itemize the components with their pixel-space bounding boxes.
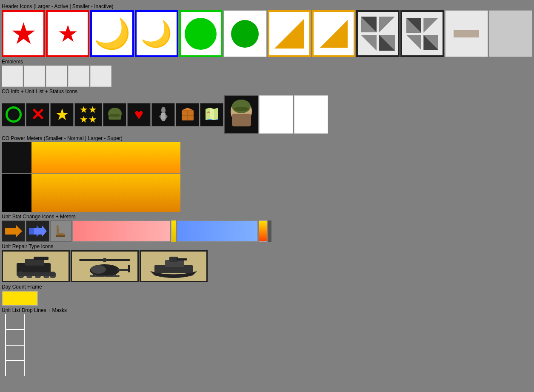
header-icon-9 xyxy=(356,10,400,57)
power-cell-orange-3 xyxy=(91,142,121,173)
unit-list-label: Unit List Drop Lines + Masks xyxy=(2,307,532,313)
svg-rect-46 xyxy=(34,257,49,260)
moon-icon-small-blue: 🌙 xyxy=(140,19,172,49)
co-white-box-1 xyxy=(259,95,293,134)
gray-rect-icon xyxy=(454,30,479,37)
arrow-flag-icon-large xyxy=(274,19,304,49)
circle-icon-small-green xyxy=(231,20,259,48)
svg-marker-34 xyxy=(214,108,218,120)
pinwheel-icon-small xyxy=(406,18,438,50)
missile-svg xyxy=(156,107,171,122)
svg-marker-0 xyxy=(274,19,304,49)
emblems-label: Emblems xyxy=(2,59,532,65)
svg-point-20 xyxy=(109,114,120,117)
gold-star-4: ★ xyxy=(89,115,97,124)
repair-icon-tank xyxy=(2,250,70,282)
co-portrait-svg xyxy=(228,99,255,131)
arrow-right-orange-icon xyxy=(2,220,25,242)
co-power-normal-row xyxy=(2,142,532,173)
star-icon-small-red: ★ xyxy=(57,22,78,46)
repair-icon-boat xyxy=(140,250,208,282)
power-cell-orange-super-3 xyxy=(91,174,121,212)
tank-svg xyxy=(10,255,61,278)
boat-svg xyxy=(146,254,201,279)
svg-rect-52 xyxy=(17,272,55,276)
svg-rect-22 xyxy=(161,113,166,120)
co-icon-map xyxy=(200,103,223,126)
boot-icon xyxy=(50,220,71,242)
fuel-divider xyxy=(171,220,176,242)
unit-repair-row xyxy=(2,250,532,282)
co-info-label: CO Info + Unit List + Status Icons xyxy=(2,89,532,94)
power-cell-black-super xyxy=(2,174,31,212)
svg-rect-43 xyxy=(56,235,65,237)
gold-star-2: ★ xyxy=(89,105,97,114)
drop-line-h-2 xyxy=(5,345,24,346)
unit-stat-row xyxy=(2,220,532,242)
circle-icon-large-green xyxy=(185,18,217,50)
ammo-end-cap xyxy=(268,220,271,242)
repair-icon-helicopter xyxy=(71,250,139,282)
crate-svg xyxy=(180,107,195,122)
svg-point-21 xyxy=(161,107,166,114)
co-info-row: ✕ ★ ★ ★ ★ ★ ♥ xyxy=(2,95,532,134)
power-cell-orange-super-5 xyxy=(151,174,180,212)
header-icon-1: ★ xyxy=(2,10,45,57)
gold-star-1: ★ xyxy=(80,105,88,114)
arrow-right-blue-icon xyxy=(26,220,49,242)
co-icon-multi-star: ★ ★ ★ ★ xyxy=(74,103,102,126)
header-icon-7 xyxy=(268,10,311,57)
svg-marker-23 xyxy=(159,114,161,120)
svg-rect-61 xyxy=(93,274,95,276)
header-icon-12 xyxy=(489,10,532,57)
svg-marker-33 xyxy=(210,108,214,120)
power-cell-orange-1 xyxy=(31,142,61,173)
co-large-portrait xyxy=(224,95,258,134)
co-power-label: CO Power Meters (Smaller - Normal | Larg… xyxy=(2,135,532,141)
pinwheel-icon-large xyxy=(361,17,395,51)
heart-symbol: ♥ xyxy=(134,107,143,122)
power-cell-orange-super-2 xyxy=(61,174,91,212)
co-icon-green-ring xyxy=(2,103,25,126)
co-white-box-2 xyxy=(294,95,328,134)
svg-marker-42 xyxy=(34,225,47,237)
green-ring xyxy=(6,106,22,123)
header-icon-8 xyxy=(312,10,355,57)
header-icon-3: 🌙 xyxy=(90,10,134,57)
day-count-label: Day Count Frame xyxy=(2,284,532,290)
ammo-indicator xyxy=(259,220,267,242)
power-cell-orange-4 xyxy=(121,142,151,173)
emblem-2 xyxy=(24,66,45,87)
co-power-super-row xyxy=(2,174,532,212)
multi-star-grid: ★ ★ ★ ★ xyxy=(80,105,97,124)
star-icon-large-red: ★ xyxy=(10,19,37,49)
power-cell-orange-5 xyxy=(151,142,180,173)
svg-rect-25 xyxy=(162,119,165,121)
red-x-symbol: ✕ xyxy=(31,106,45,123)
emblem-4 xyxy=(68,66,89,87)
map-svg xyxy=(204,107,220,122)
moon-icon-large-blue: 🌙 xyxy=(94,16,131,51)
drop-line-vertical-right xyxy=(24,314,25,376)
svg-marker-40 xyxy=(5,225,22,237)
header-icons-row: ★ ★ 🌙 🌙 xyxy=(2,10,532,57)
ammo-bar xyxy=(177,220,258,242)
gold-star-3: ★ xyxy=(80,115,88,124)
header-icons-label: Header Icons (Larger - Active | Smaller … xyxy=(2,3,532,9)
co-icon-red-x: ✕ xyxy=(26,103,49,126)
svg-marker-24 xyxy=(166,114,168,120)
co-icon-single-star: ★ xyxy=(50,103,74,126)
power-cell-orange-2 xyxy=(61,142,91,173)
svg-point-56 xyxy=(91,265,106,274)
svg-rect-39 xyxy=(232,114,251,126)
blue-arrow-svg xyxy=(29,225,47,237)
drop-line-h-1 xyxy=(5,329,24,330)
unit-repair-label: Unit Repair Type Icons xyxy=(2,243,532,249)
power-cell-black-1 xyxy=(2,142,31,173)
svg-point-36 xyxy=(232,100,251,113)
svg-marker-32 xyxy=(206,108,210,120)
svg-rect-58 xyxy=(128,265,130,272)
power-cell-orange-super-1 xyxy=(31,174,61,212)
header-icon-11 xyxy=(445,10,488,57)
co-icon-helmet xyxy=(103,103,126,126)
